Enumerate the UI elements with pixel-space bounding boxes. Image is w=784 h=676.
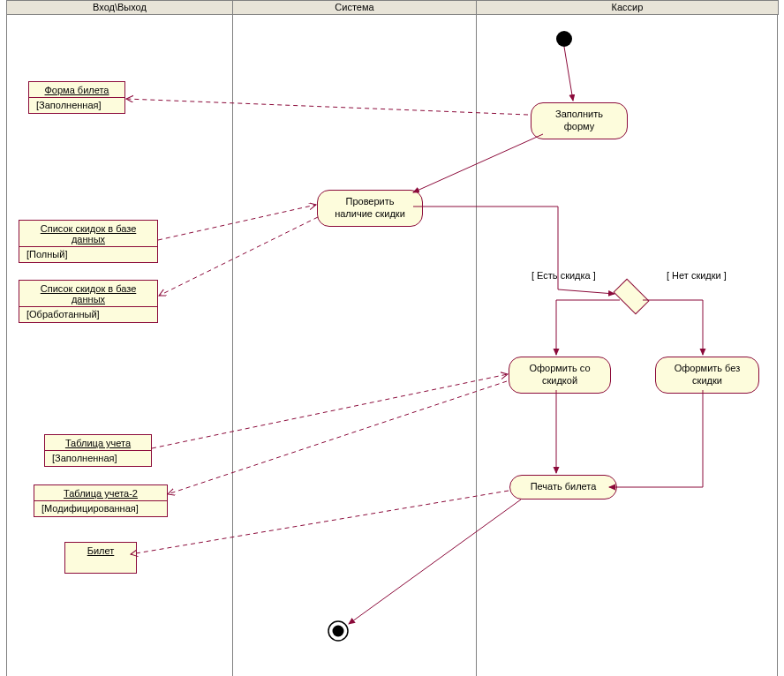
decision-discount bbox=[613, 278, 649, 314]
object-state: [Заполненная] bbox=[29, 97, 124, 113]
svg-line-5 bbox=[158, 205, 316, 240]
svg-line-4 bbox=[126, 99, 528, 115]
object-discount-list-processed: Список скидок в базе данных [Обработанны… bbox=[19, 280, 158, 323]
object-title: Таблица учета bbox=[45, 435, 151, 450]
swimlane-header-system: Система bbox=[232, 0, 477, 15]
object-state: [Модифицированная] bbox=[34, 500, 167, 516]
activity-apply-with-discount: Оформить со скидкой bbox=[509, 357, 611, 394]
object-accounting-table-2: Таблица учета-2 [Модифицированная] bbox=[34, 484, 168, 517]
activity-check-discount: Проверить наличие скидки bbox=[317, 190, 423, 227]
svg-line-3 bbox=[349, 499, 521, 624]
object-state: [Обработанный] bbox=[19, 306, 157, 322]
activity-apply-without-discount: Оформить без скидки bbox=[655, 357, 759, 394]
svg-line-7 bbox=[152, 374, 508, 448]
object-accounting-table: Таблица учета [Заполненная] bbox=[44, 434, 152, 467]
object-title: Список скидок в базе данных bbox=[19, 221, 157, 246]
activity-print-ticket: Печать билета bbox=[509, 475, 617, 499]
svg-line-0 bbox=[564, 47, 573, 101]
object-state: [Заполненная] bbox=[45, 450, 151, 466]
swimlane-header-cashier: Кассир bbox=[476, 0, 779, 15]
initial-node bbox=[556, 31, 572, 47]
guard-has-discount: [ Есть скидка ] bbox=[531, 270, 596, 281]
object-ticket-form: Форма билета [Заполненная] bbox=[28, 81, 125, 114]
object-discount-list-full: Список скидок в базе данных [Полный] bbox=[19, 220, 158, 263]
object-ticket: Билет bbox=[64, 542, 137, 574]
swimlane-left-border bbox=[6, 14, 7, 676]
svg-line-1 bbox=[413, 134, 543, 192]
object-title: Форма билета bbox=[29, 82, 124, 97]
object-title: Список скидок в базе данных bbox=[19, 281, 157, 306]
swimlane-header-io: Вход\Выход bbox=[6, 0, 233, 15]
final-node-dot bbox=[333, 626, 344, 637]
swimlane-divider-2 bbox=[476, 14, 477, 676]
svg-line-8 bbox=[168, 381, 507, 494]
swimlane-divider-1 bbox=[232, 14, 233, 676]
svg-line-9 bbox=[131, 491, 509, 554]
object-title: Таблица учета-2 bbox=[34, 485, 167, 500]
activity-fill-form: Заполнить форму bbox=[531, 102, 628, 139]
swimlane-right-border bbox=[777, 14, 778, 676]
object-title: Билет bbox=[65, 543, 136, 558]
svg-line-6 bbox=[159, 217, 318, 296]
object-state: [Полный] bbox=[19, 246, 157, 262]
guard-no-discount: [ Нет скидки ] bbox=[667, 270, 727, 281]
final-node-ring bbox=[328, 621, 348, 641]
